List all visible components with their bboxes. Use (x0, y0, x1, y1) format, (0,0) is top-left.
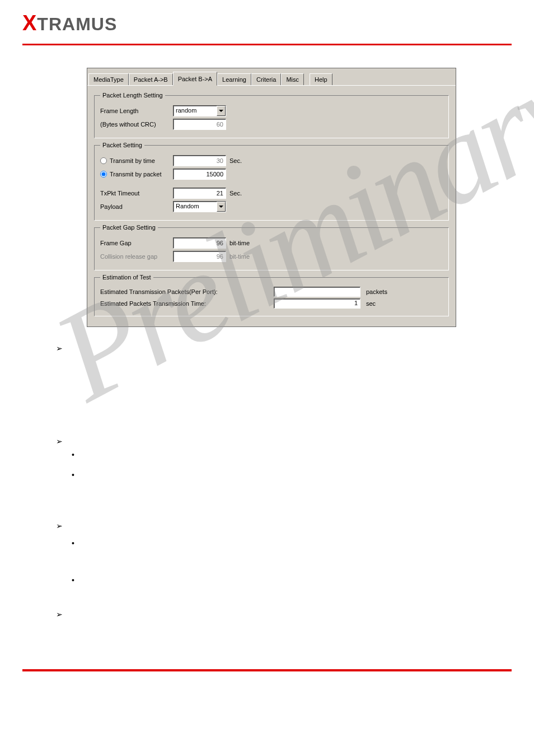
group-packet-length: Packet Length Setting Frame Length rando… (94, 92, 449, 138)
config-dialog: MediaType Packet A->B Packet B->A Learni… (87, 68, 456, 327)
transmit-time-label: Transmit by time (110, 157, 155, 164)
txpkt-input[interactable] (173, 188, 226, 199)
frame-gap-input[interactable] (173, 237, 226, 249)
frame-gap-unit: bit-time (229, 240, 250, 246)
bullet-arrow: ➢ (56, 437, 500, 446)
collision-label: Collision release gap (100, 253, 173, 260)
tab-mediatype[interactable]: MediaType (88, 73, 129, 85)
bytes-label: (Bytes without CRC) (100, 121, 173, 128)
transmit-time-unit: Sec. (229, 157, 242, 164)
frame-length-combo[interactable]: random (173, 105, 226, 116)
legend-packet-setting: Packet Setting (100, 142, 144, 148)
txpkt-unit: Sec. (229, 190, 242, 197)
payload-label: Payload (100, 203, 173, 210)
transmit-time-input[interactable] (173, 155, 226, 166)
logo-x: X (22, 11, 37, 35)
tab-packet-ab[interactable]: Packet A->B (129, 73, 173, 85)
radio-transmit-packet[interactable] (100, 171, 107, 178)
group-estimation: Estimation of Test Estimated Transmissio… (94, 274, 449, 316)
bullet-dot: • (72, 576, 500, 585)
tab-criteria[interactable]: Criteria (251, 73, 281, 85)
frame-gap-label: Frame Gap (100, 240, 173, 246)
group-packet-setting: Packet Setting Transmit by time Sec. Tra… (94, 142, 449, 221)
transmit-by-packet-radio[interactable]: Transmit by packet (100, 171, 173, 178)
tab-learning[interactable]: Learning (217, 73, 251, 85)
tab-misc[interactable]: Misc (281, 73, 304, 85)
frame-length-label: Frame Length (100, 108, 173, 114)
est-time-unit: sec (366, 300, 376, 307)
transmit-by-time-radio[interactable]: Transmit by time (100, 157, 173, 164)
group-packet-gap: Packet Gap Setting Frame Gap bit-time Co… (94, 224, 449, 270)
payload-value: Random (174, 202, 217, 212)
transmit-packet-input[interactable] (173, 169, 226, 180)
est-packets-label: Estimated Transmission Packets(Per Port)… (100, 288, 274, 295)
bullet-arrow: ➢ (56, 344, 500, 353)
bullet-dot: • (72, 470, 500, 479)
legend-packet-gap: Packet Gap Setting (100, 224, 158, 231)
bullet-dot: • (72, 450, 500, 459)
radio-transmit-time[interactable] (100, 157, 107, 164)
tab-strip: MediaType Packet A->B Packet B->A Learni… (87, 68, 456, 85)
legend-estimation: Estimation of Test (100, 274, 153, 281)
bullet-area: ➢ ➢ • • ➢ • • ➢ (56, 344, 500, 619)
dialog-body: Packet Length Setting Frame Length rando… (87, 85, 456, 326)
chevron-down-icon[interactable] (217, 202, 226, 212)
footer-divider (22, 669, 512, 671)
payload-combo[interactable]: Random (173, 201, 226, 212)
content-area: MediaType Packet A->B Packet B->A Learni… (0, 45, 534, 636)
frame-length-value: random (174, 106, 217, 116)
est-packets-value (274, 287, 360, 297)
tab-help[interactable]: Help (310, 73, 332, 85)
est-packets-unit: packets (366, 288, 387, 295)
bytes-input[interactable] (173, 119, 226, 130)
chevron-down-icon[interactable] (217, 106, 226, 116)
tab-packet-ba[interactable]: Packet B->A (173, 72, 217, 86)
logo: XTRAMUS (22, 11, 512, 35)
bullet-arrow: ➢ (56, 610, 500, 619)
est-time-value: 1 (274, 298, 360, 309)
page-header: XTRAMUS (0, 0, 534, 41)
txpkt-label: TxPkt Timeout (100, 190, 173, 197)
bullet-arrow: ➢ (56, 521, 500, 530)
legend-packet-length: Packet Length Setting (100, 92, 165, 99)
collision-unit: bit-time (229, 253, 250, 260)
est-time-label: Estimated Packets Transmission Time: (100, 300, 274, 307)
logo-rest: TRAMUS (37, 14, 117, 34)
transmit-packet-label: Transmit by packet (110, 171, 162, 178)
collision-input[interactable] (173, 251, 226, 262)
bullet-dot: • (72, 539, 500, 548)
